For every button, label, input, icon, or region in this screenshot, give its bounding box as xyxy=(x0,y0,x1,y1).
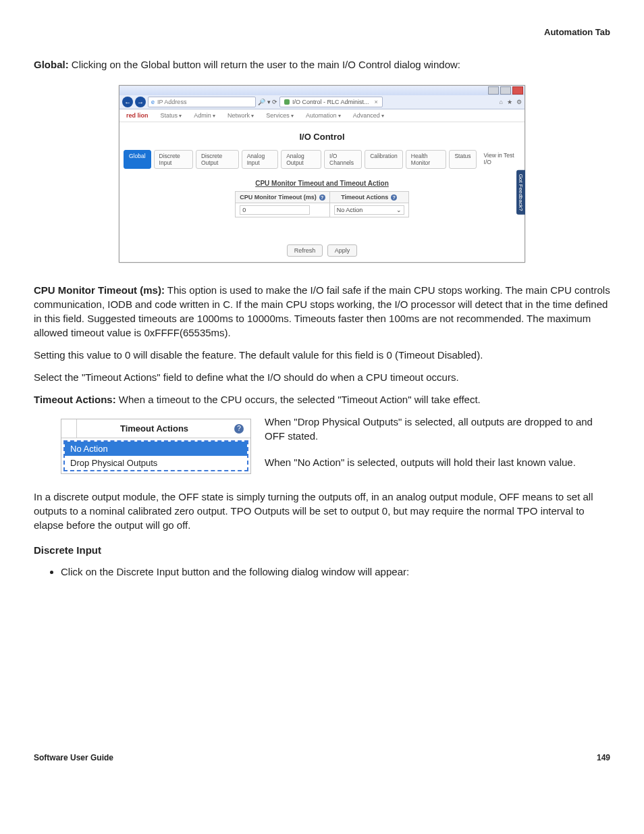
cpu-timeout-table: CPU Monitor Timeout (ms)? Timeout Action… xyxy=(235,191,408,217)
nav-forward-icon: → xyxy=(135,97,146,107)
window-maximize-icon xyxy=(500,86,511,95)
help-icon: ? xyxy=(234,424,244,434)
app-menubar: red lion Status Admin Network Services A… xyxy=(119,109,525,122)
menu-services: Services xyxy=(266,112,294,119)
io-tab-status: Status xyxy=(449,150,476,169)
cpu-section-title: CPU Monitor Timeout and Timeout Action xyxy=(119,173,525,191)
menu-advanced: Advanced xyxy=(353,112,384,119)
io-tab-io-channels: I/O Channels xyxy=(324,150,362,169)
col-timeout-actions: Timeout Actions? xyxy=(329,192,408,203)
star-icon: ★ xyxy=(507,99,512,105)
io-tab-analog-input: Analog Input xyxy=(242,150,279,169)
io-control-screenshot: ← → e IP Address 🔎 ▾ ⟳ I/O Control - RLC… xyxy=(119,85,525,263)
io-tab-analog-output: Analog Output xyxy=(281,150,321,169)
zero-disable-paragraph: Setting this value to 0 will disable the… xyxy=(34,348,610,362)
browser-address-bar: ← → e IP Address 🔎 ▾ ⟳ I/O Control - RLC… xyxy=(119,95,525,109)
io-tab-view-test-io: View in Test I/O xyxy=(479,150,520,169)
page-footer: Software User Guide 149 xyxy=(34,753,610,762)
timeout-actions-text: When a timeout to the CPU occurs, the se… xyxy=(116,394,481,405)
refresh-button: Refresh xyxy=(287,244,323,257)
cpu-timeout-input xyxy=(240,205,310,215)
option-no-action: No Action xyxy=(65,442,247,456)
feedback-tab: Got Feedback? xyxy=(516,170,525,215)
gear-icon: ⚙ xyxy=(516,99,522,105)
io-tab-health-monitor: Health Monitor xyxy=(406,150,447,169)
io-tab-row: Global Discrete Input Discrete Output An… xyxy=(119,150,525,173)
address-tool-icons: 🔎 ▾ ⟳ xyxy=(258,99,277,105)
col-cpu-timeout: CPU Monitor Timeout (ms)? xyxy=(236,192,329,203)
chevron-down-icon: ⌄ xyxy=(396,207,402,213)
window-titlebar xyxy=(119,86,525,95)
menu-status: Status xyxy=(161,112,182,119)
io-tab-discrete-output: Discrete Output xyxy=(196,150,239,169)
timeout-actions-select: No Action⌄ xyxy=(334,205,404,215)
cpu-timeout-paragraph: CPU Monitor Timeout (ms): This option is… xyxy=(34,283,610,340)
address-input: e IP Address xyxy=(148,97,256,107)
discrete-module-paragraph: In a discrete output module, the OFF sta… xyxy=(34,490,610,532)
help-icon: ? xyxy=(319,194,325,201)
tab-close-icon: × xyxy=(375,99,378,105)
discrete-input-bullets: Click on the Discrete Input button and t… xyxy=(61,566,610,577)
io-control-title: I/O Control xyxy=(119,122,525,150)
menu-automation: Automation xyxy=(306,112,341,119)
select-actions-paragraph: Select the "Timeout Actions" field to de… xyxy=(34,370,610,384)
browser-tab: I/O Control - RLC Administ... × xyxy=(279,97,383,107)
footer-right: 149 xyxy=(597,753,610,762)
help-icon: ? xyxy=(391,194,397,201)
option-drop-outputs: Drop Physical Outputs xyxy=(65,456,247,470)
dropdown-list: No Action Drop Physical Outputs xyxy=(63,440,248,471)
timeout-actions-paragraph: Timeout Actions: When a timeout to the C… xyxy=(34,392,610,407)
timeout-actions-label: Timeout Actions: xyxy=(34,394,116,405)
discrete-input-bullet-1: Click on the Discrete Input button and t… xyxy=(61,566,610,577)
ie-icon: e xyxy=(151,99,155,105)
tab-favicon xyxy=(284,99,290,105)
io-tab-calibration: Calibration xyxy=(365,150,403,169)
menu-admin: Admin xyxy=(194,112,215,119)
timeout-actions-dropdown-screenshot: Timeout Actions ? No Action Drop Physica… xyxy=(61,419,251,474)
global-label: Global: xyxy=(34,59,69,70)
intro-paragraph: Global: Clicking on the Global button wi… xyxy=(34,57,610,72)
global-text: Clicking on the Global button will retur… xyxy=(69,59,460,70)
window-minimize-icon xyxy=(488,86,499,95)
io-tab-discrete-input: Discrete Input xyxy=(154,150,193,169)
cpu-timeout-label: CPU Monitor Timeout (ms): xyxy=(34,284,165,296)
drag-grip-icon xyxy=(61,419,77,438)
home-icon: ⌂ xyxy=(500,99,503,105)
brand-logo: red lion xyxy=(126,112,149,119)
address-placeholder: IP Address xyxy=(157,99,186,105)
nav-back-icon: ← xyxy=(122,97,133,107)
dropdown-header: Timeout Actions xyxy=(77,419,232,438)
io-tab-global: Global xyxy=(124,150,151,169)
footer-left: Software User Guide xyxy=(34,753,113,762)
page-header-right: Automation Tab xyxy=(34,27,610,37)
window-close-icon xyxy=(512,86,523,95)
browser-tab-label: I/O Control - RLC Administ... xyxy=(292,99,369,105)
apply-button: Apply xyxy=(327,244,358,257)
browser-top-icons: ⌂ ★ ⚙ xyxy=(500,99,522,105)
menu-network: Network xyxy=(227,112,254,119)
discrete-input-heading: Discrete Input xyxy=(34,544,610,556)
